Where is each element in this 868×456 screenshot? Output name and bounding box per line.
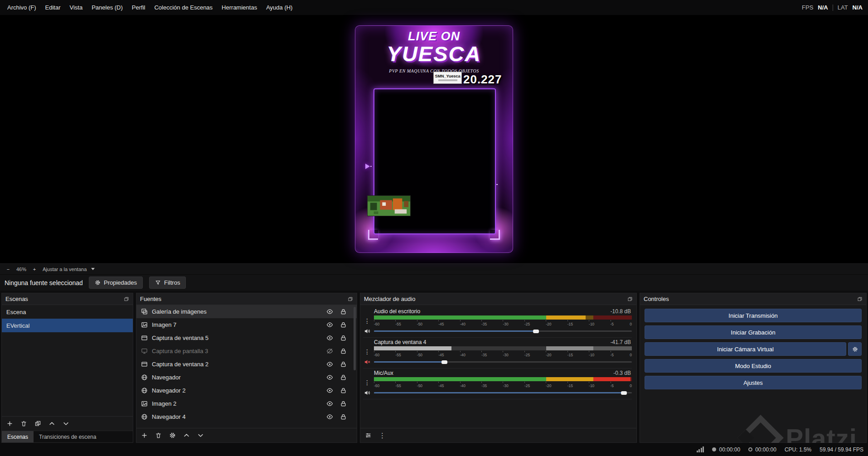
source-row-hidden[interactable]: Captura de pantalla 3 bbox=[136, 344, 357, 358]
eye-icon[interactable] bbox=[326, 321, 333, 328]
lock-icon[interactable] bbox=[340, 348, 347, 354]
eye-icon[interactable] bbox=[326, 361, 333, 368]
speaker-icon[interactable] bbox=[363, 328, 371, 335]
source-row[interactable]: Imagen 2 bbox=[136, 397, 357, 410]
lat-label: LAT bbox=[838, 4, 848, 11]
filters-label: Filtros bbox=[164, 279, 180, 286]
source-row[interactable]: Navegador bbox=[136, 371, 357, 384]
virtual-camera-settings-button[interactable] bbox=[848, 342, 862, 356]
menu-perfil[interactable]: Perfil bbox=[127, 2, 150, 13]
lock-icon[interactable] bbox=[340, 361, 347, 368]
slider-handle[interactable] bbox=[621, 391, 627, 395]
dock-icon[interactable] bbox=[348, 296, 353, 302]
remove-source-button[interactable] bbox=[155, 432, 162, 439]
dock-icon[interactable] bbox=[124, 296, 129, 302]
scenes-panel-header[interactable]: Escenas bbox=[2, 293, 133, 305]
move-scene-up-button[interactable] bbox=[48, 420, 55, 427]
sources-scrollbar[interactable] bbox=[354, 307, 356, 370]
eye-icon[interactable] bbox=[326, 374, 333, 381]
lock-icon[interactable] bbox=[340, 335, 347, 341]
channel-options-button[interactable]: ⋮ bbox=[363, 315, 371, 326]
menu-vista[interactable]: Vista bbox=[65, 2, 87, 13]
slider-handle[interactable] bbox=[533, 330, 539, 333]
menu-ayuda[interactable]: Ayuda (H) bbox=[262, 2, 297, 13]
eye-icon[interactable] bbox=[326, 387, 333, 394]
sources-panel-title: Fuentes bbox=[140, 296, 161, 302]
filters-button[interactable]: Filtros bbox=[149, 277, 186, 289]
source-label: Galería de imágenes bbox=[152, 308, 322, 315]
dock-icon[interactable] bbox=[627, 296, 633, 302]
scene-label: Escena bbox=[6, 309, 26, 315]
menu-editar[interactable]: Editar bbox=[41, 2, 65, 13]
channel-options-button[interactable]: ⋮ bbox=[363, 377, 371, 388]
tick-label: -15 bbox=[567, 322, 573, 326]
properties-button[interactable]: Propiedades bbox=[89, 277, 143, 289]
scene-row-selected[interactable]: EVertical bbox=[2, 319, 133, 332]
channel-options-button[interactable]: ⋮ bbox=[363, 346, 371, 357]
volume-slider[interactable] bbox=[374, 390, 632, 396]
scene-row[interactable]: Escena bbox=[2, 305, 133, 319]
meter-tick-labels: -60-55-50-45-40-35-30-25-20-15-10-50 bbox=[374, 383, 632, 388]
source-label: Navegador 4 bbox=[152, 413, 322, 420]
menu-herramientas[interactable]: Herramientas bbox=[217, 2, 262, 13]
eye-icon[interactable] bbox=[326, 335, 333, 341]
remove-scene-button[interactable] bbox=[20, 420, 27, 427]
mixer-menu-button[interactable]: ⋮ bbox=[379, 432, 387, 439]
mixer-panel-header[interactable]: Mezclador de audio bbox=[360, 293, 636, 305]
zoom-out-button[interactable]: − bbox=[5, 267, 12, 272]
start-streaming-button[interactable]: Iniciar Transmisión bbox=[645, 309, 862, 322]
studio-mode-button[interactable]: Modo Estudio bbox=[645, 359, 862, 373]
source-row[interactable]: Captura de ventana 5 bbox=[136, 331, 357, 344]
source-row[interactable]: Captura de ventana 2 bbox=[136, 358, 357, 371]
source-row[interactable]: Navegador 2 bbox=[136, 384, 357, 397]
sources-panel-header[interactable]: Fuentes bbox=[136, 293, 357, 305]
speaker-muted-icon[interactable] bbox=[363, 359, 371, 365]
move-scene-down-button[interactable] bbox=[63, 420, 69, 427]
scene-filters-button[interactable] bbox=[34, 420, 41, 427]
menu-coleccion-escenas[interactable]: Colección de Escenas bbox=[150, 2, 217, 13]
start-recording-button[interactable]: Iniciar Grabación bbox=[645, 325, 862, 339]
fit-to-window-label[interactable]: Ajustar a la ventana bbox=[43, 267, 87, 272]
move-source-down-button[interactable] bbox=[197, 432, 204, 439]
lock-icon[interactable] bbox=[340, 308, 347, 315]
menu-archivo[interactable]: Archivo (F) bbox=[3, 2, 41, 13]
eye-icon[interactable] bbox=[326, 400, 333, 407]
source-row[interactable]: Navegador 4 bbox=[136, 410, 357, 423]
settings-button[interactable]: Ajustes bbox=[645, 376, 862, 389]
stream-overlay-frame[interactable]: LIVE ON YUESCA PVP EN MAQUINA CON TODOS … bbox=[355, 25, 513, 253]
controls-panel-header[interactable]: Controles bbox=[640, 293, 866, 305]
slider-handle[interactable] bbox=[441, 360, 447, 364]
play-arrow-icon bbox=[365, 164, 370, 169]
lock-icon[interactable] bbox=[340, 374, 347, 381]
lock-icon[interactable] bbox=[340, 413, 347, 420]
game-capture-thumbnail[interactable] bbox=[367, 195, 411, 216]
eye-off-icon[interactable] bbox=[326, 348, 333, 354]
lock-icon[interactable] bbox=[340, 400, 347, 407]
properties-label: Propiedades bbox=[104, 279, 137, 286]
tick-label: 0 bbox=[630, 383, 632, 388]
dock-icon[interactable] bbox=[857, 296, 863, 302]
volume-slider[interactable] bbox=[374, 328, 632, 335]
volume-slider[interactable] bbox=[374, 359, 632, 365]
preview-canvas[interactable]: LIVE ON YUESCA PVP EN MAQUINA CON TODOS … bbox=[0, 15, 868, 263]
lock-icon[interactable] bbox=[340, 387, 347, 394]
source-row[interactable]: Imagen 7 bbox=[136, 318, 357, 331]
eye-icon[interactable] bbox=[326, 413, 333, 420]
eye-icon[interactable] bbox=[326, 308, 333, 315]
tab-transiciones[interactable]: Transiciones de escena bbox=[34, 431, 102, 442]
tab-escenas[interactable]: Escenas bbox=[2, 431, 34, 442]
move-source-up-button[interactable] bbox=[183, 432, 190, 439]
chevron-down-icon[interactable] bbox=[91, 268, 95, 270]
add-source-button[interactable] bbox=[141, 432, 148, 439]
menu-paneles[interactable]: Paneles (D) bbox=[87, 2, 127, 13]
start-virtual-camera-button[interactable]: Iniciar Cámara Virtual bbox=[645, 342, 846, 356]
mixer-channel-window-capture: Captura de ventana 4 -41.7 dB ⋮ -60-55-5… bbox=[363, 338, 632, 369]
advanced-audio-button[interactable] bbox=[365, 432, 372, 439]
lock-icon[interactable] bbox=[340, 321, 347, 328]
add-scene-button[interactable] bbox=[6, 420, 13, 427]
speaker-icon[interactable] bbox=[363, 389, 371, 396]
source-row[interactable]: Galería de imágenes bbox=[136, 305, 357, 318]
source-properties-button[interactable] bbox=[169, 432, 176, 439]
obs-window: Archivo (F) Editar Vista Paneles (D) Per… bbox=[0, 0, 868, 456]
zoom-in-button[interactable]: + bbox=[31, 267, 38, 272]
